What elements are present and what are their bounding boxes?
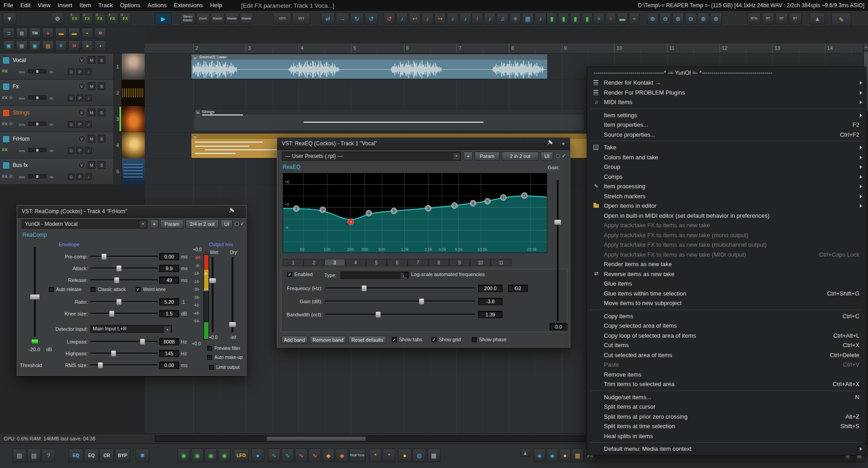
docker-mixer[interactable]: ▦: [16, 28, 28, 38]
media-item-vocal[interactable]: MSource2( ).wav: [191, 54, 548, 79]
spark-button-1[interactable]: *: [369, 449, 382, 462]
zoom-in-button-1[interactable]: ⊕: [647, 13, 659, 24]
spark-button-2[interactable]: *: [383, 449, 395, 462]
band-bandwidth-value[interactable]: 1.39: [478, 311, 503, 318]
band-bandwidth-slider-handle[interactable]: [375, 311, 381, 318]
list-button[interactable]: ≡: [509, 13, 521, 24]
eq-button-2[interactable]: EQ: [84, 449, 99, 462]
note-button-5[interactable]: ♪: [484, 13, 496, 24]
dry-fader-handle[interactable]: [229, 322, 236, 327]
check-log-scale[interactable]: Log-scale automated frequencies: [404, 272, 485, 277]
menu-item-copy-items[interactable]: Copy itemsCtrl+C: [587, 311, 866, 321]
wave-plugin-button-1[interactable]: ∿: [268, 449, 280, 462]
route-icon-2[interactable]: ♪: [85, 95, 92, 101]
check-log-scale-box[interactable]: [404, 272, 409, 277]
track-row-strings[interactable]: StringsVMSFX⊘trimIN⊙P♪3: [0, 106, 145, 132]
reacomp-preset-dropdown[interactable]: YuriOl - Modern Vocal ▼: [22, 220, 147, 229]
mute-button[interactable]: M: [88, 56, 95, 64]
fx-preset-button-2[interactable]: FX2: [81, 13, 93, 24]
menu-item[interactable]: Item: [76, 0, 95, 11]
menu-item-render-for-problem-plugins[interactable]: Render For PROBLEM Plugins: [587, 88, 866, 98]
menu-edit[interactable]: Edit: [17, 0, 34, 11]
menu-item-cut-items[interactable]: Cut itemsCtrl+X: [587, 340, 866, 350]
check-preview-filter-box[interactable]: [207, 346, 212, 351]
menu-item-group[interactable]: Group: [587, 162, 866, 172]
band-frequency-slider[interactable]: [325, 285, 474, 291]
type-dropdown[interactable]: ▼: [341, 272, 408, 279]
check-auto-make-up-box[interactable]: [207, 355, 212, 360]
track-number[interactable]: 4: [114, 132, 121, 158]
fx-enabled-check[interactable]: ✓: [562, 153, 566, 159]
release-slider[interactable]: [90, 277, 157, 283]
trim-fader[interactable]: [28, 122, 46, 126]
docker-folder-2[interactable]: ▬: [68, 28, 80, 38]
band-gain-slider[interactable]: [325, 298, 474, 305]
fx-button[interactable]: FX: [2, 148, 8, 152]
band-tab-10[interactable]: 10: [470, 259, 491, 266]
theme-brush-button[interactable]: ✎: [831, 13, 851, 26]
reaeq-preset-dropdown[interactable]: --- User Presets (.rpl) --- ▼: [282, 152, 461, 161]
docker-record[interactable]: ●: [42, 28, 54, 38]
menu-item-colors-item-and-take[interactable]: Colors Item and take: [587, 153, 866, 162]
clip-button[interactable]: +: [629, 13, 640, 24]
menu-track[interactable]: Track: [95, 0, 116, 11]
menu-item-default-menu-media-item-context[interactable]: Default menu: Media item context: [587, 444, 866, 454]
check-limit-output-box[interactable]: [209, 365, 214, 370]
fx-preset-button-3[interactable]: FX3: [94, 13, 106, 24]
ratio-value[interactable]: 5.20: [159, 298, 179, 306]
menu-item-copy-loop-of-selected-area-of-items[interactable]: Copy loop of selected area of itemsCtrl+…: [587, 331, 866, 341]
route-icon-1[interactable]: P: [76, 95, 83, 101]
check-auto-release-box[interactable]: [49, 287, 54, 292]
check-enabled-box[interactable]: ✓: [287, 272, 292, 277]
menu-item-cut-selected-area-of-items[interactable]: Cut selected area of itemsCtrl+Delete: [587, 350, 866, 360]
freeze-button[interactable]: ❄: [136, 449, 149, 462]
band-tab-5[interactable]: 5: [366, 259, 387, 266]
reacomp-preset-plus-button[interactable]: +: [150, 220, 158, 229]
highpass-slider-handle[interactable]: [111, 350, 116, 357]
docker-grid[interactable]: ▦: [16, 40, 28, 51]
route-icon-2[interactable]: ♪: [85, 121, 92, 128]
zoom-out-button-2[interactable]: ⊖: [685, 13, 697, 24]
docker-region[interactable]: ▨: [42, 40, 54, 51]
note-button-2[interactable]: ♪: [422, 13, 433, 24]
route-icon-2[interactable]: ♪: [85, 68, 92, 75]
docker-folder-1[interactable]: ▬: [55, 28, 67, 38]
mute-button[interactable]: M: [88, 82, 95, 90]
vst-button[interactable]: VST: [292, 13, 310, 24]
swap-arrows-button[interactable]: ⇄: [321, 13, 335, 24]
horizontal-scrollbar[interactable]: [155, 435, 586, 442]
pin-icon[interactable]: [230, 208, 234, 212]
track-row-fx[interactable]: FxVMSFX⊘trimIN⊙P♪2: [0, 80, 145, 106]
wave-plugin-button-4[interactable]: ∿: [308, 449, 321, 462]
check-show-tabs-box[interactable]: ✓: [392, 337, 397, 342]
menu-item-source-properties[interactable]: Source properties...Ctrl+F2: [587, 130, 866, 140]
output-gain-fader-handle[interactable]: [554, 220, 561, 225]
vsti-button[interactable]: VSTi: [273, 13, 291, 24]
menu-item-render-items-as-new-take[interactable]: Render items as new take: [587, 259, 866, 269]
solo-button[interactable]: S: [98, 161, 105, 169]
docker-small-green[interactable]: ▪: [81, 28, 93, 38]
fx-button[interactable]: FX⊘: [2, 95, 13, 100]
attack-slider-handle[interactable]: [116, 265, 122, 272]
check-classic-attack[interactable]: Classic attack: [90, 287, 126, 292]
return-note-button-2[interactable]: ↪: [434, 13, 446, 24]
menu-item-heal-splits-in-items[interactable]: Heal splits in items: [587, 431, 866, 441]
fx-enabled-check[interactable]: ✓: [240, 221, 244, 227]
menu-item-copy-selected-area-of-items[interactable]: Copy selected area of items: [587, 321, 866, 331]
zoom-button[interactable]: Zoom: [196, 13, 210, 24]
menu-item-glue-items[interactable]: Glue items: [587, 279, 866, 289]
threshold-fader[interactable]: [30, 247, 40, 337]
check-show-phase-box[interactable]: [472, 337, 477, 342]
menu-item-midi-items[interactable]: ♫MIDI Items: [587, 97, 866, 107]
fx-preset-button-5[interactable]: FX5: [119, 13, 131, 24]
reset-defaults-button[interactable]: Reset defaults: [348, 336, 386, 344]
reaeq-preset-plus-button[interactable]: +: [464, 152, 473, 161]
check-preview-filter[interactable]: Preview filter: [207, 346, 240, 351]
zoom-fit-button[interactable]: ⊕: [697, 13, 709, 24]
docker-monitor-2[interactable]: ▣: [29, 40, 41, 51]
remove-band-button[interactable]: Remove band: [310, 336, 346, 344]
cycle-button[interactable]: ↻: [350, 13, 364, 24]
cr-button[interactable]: CR: [100, 449, 114, 462]
menu-item-stretch-markers[interactable]: Stretch markers: [587, 191, 866, 201]
track-number[interactable]: 1: [114, 53, 121, 80]
